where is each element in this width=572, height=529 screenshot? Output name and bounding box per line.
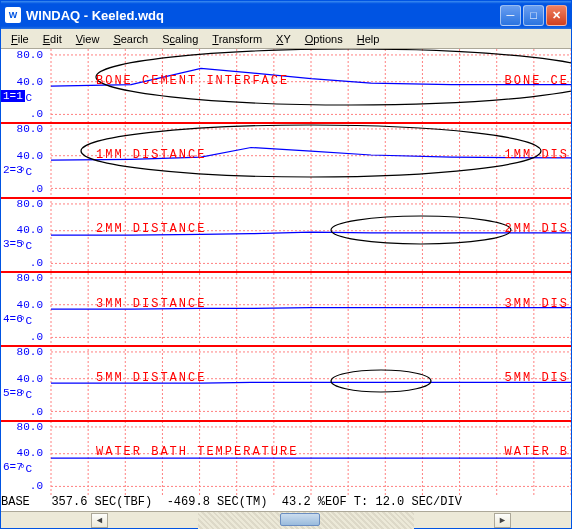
channel-label-right: 3MM DIS [505,297,569,311]
window-buttons: ─ □ ✕ [500,5,567,26]
channel-label-right: 1MM DIS [505,148,569,162]
channel-1: 80.040.0.0°C1=1BONE CEMENT INTERFACEBONE… [1,49,571,123]
status-bar: BASE 357.6 SEC(TBF) -469.8 SEC(TM) 43.2 … [1,495,571,511]
menu-search[interactable]: Search [107,31,154,47]
channel-label-right: 5MM DIS [505,371,569,385]
channel-5: 80.040.0.0°C5=85MM DISTANCE5MM DIS [1,346,571,420]
chart-area[interactable]: 80.040.0.0°C1=1BONE CEMENT INTERFACEBONE… [1,49,571,495]
window-title: WINDAQ - Keeled.wdq [26,8,500,23]
channel-label: 2MM DISTANCE [96,222,206,236]
channel-2: 80.040.0.0°C2=31MM DISTANCE1MM DIS [1,123,571,197]
channel-plot [1,346,571,420]
menu-view[interactable]: View [70,31,106,47]
channel-plot [1,272,571,346]
scroll-track[interactable] [198,512,414,529]
channel-label-right: BONE CE [505,74,569,88]
scroll-right-button[interactable]: ► [494,513,511,528]
menu-help[interactable]: Help [351,31,386,47]
app-window: W WINDAQ - Keeled.wdq ─ □ ✕ File Edit Vi… [0,0,572,529]
channel-plot [1,123,571,197]
channel-label-right: WATER B [505,445,569,459]
annotation-ellipse [331,370,431,392]
channel-label-right: 2MM DIS [505,222,569,236]
channel-3: 80.040.0.0°C3=52MM DISTANCE2MM DIS [1,198,571,272]
scroll-thumb[interactable] [280,513,320,526]
channel-label: WATER BATH TEMPERATURE [96,445,298,459]
menu-xy[interactable]: XY [270,31,297,47]
menu-file[interactable]: File [5,31,35,47]
channel-plot [1,198,571,272]
menu-options[interactable]: Options [299,31,349,47]
app-icon: W [5,7,21,23]
scroll-left-button[interactable]: ◄ [91,513,108,528]
channel-6: 80.040.0.0°C6=7WATER BATH TEMPERATUREWAT… [1,421,571,495]
menu-transform[interactable]: Transform [206,31,268,47]
titlebar[interactable]: W WINDAQ - Keeled.wdq ─ □ ✕ [1,1,571,29]
menu-scaling[interactable]: Scaling [156,31,204,47]
channel-4: 80.040.0.0°C4=63MM DISTANCE3MM DIS [1,272,571,346]
horizontal-scrollbar: ◄ ► [1,511,571,528]
channel-label: BONE CEMENT INTERFACE [96,74,289,88]
minimize-button[interactable]: ─ [500,5,521,26]
channel-label: 3MM DISTANCE [96,297,206,311]
menu-edit[interactable]: Edit [37,31,68,47]
channel-label: 1MM DISTANCE [96,148,206,162]
menubar: File Edit View Search Scaling Transform … [1,29,571,49]
annotation-ellipse [331,216,511,244]
channel-label: 5MM DISTANCE [96,371,206,385]
close-button[interactable]: ✕ [546,5,567,26]
maximize-button[interactable]: □ [523,5,544,26]
